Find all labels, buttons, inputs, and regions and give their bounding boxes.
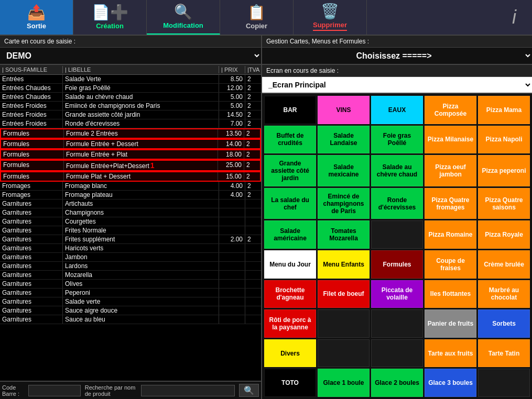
grid-cell[interactable]: Tomates Mozarella <box>318 220 370 249</box>
grid-cell[interactable] <box>478 369 530 397</box>
search-button[interactable]: 🔍 <box>239 384 259 397</box>
copier-button[interactable]: 📋 Copier <box>220 0 294 35</box>
table-row[interactable]: Garnitures Sauce au bleu <box>0 315 261 324</box>
grid-cell[interactable]: VINS <box>318 96 370 124</box>
grid-cell[interactable]: Pizza Romaine <box>425 220 476 249</box>
grid-cell[interactable]: Salade mexicaine <box>318 155 370 186</box>
grid-cell[interactable]: Pizza Quatre saisons <box>478 188 530 219</box>
table-row[interactable]: Entrées Froides Grande assiette côté jar… <box>0 110 261 119</box>
grid-cell[interactable]: Pizza peperoni <box>478 155 530 186</box>
grid-cell[interactable] <box>371 309 423 338</box>
grid-cell[interactable]: Salade américaine <box>264 220 316 249</box>
grid-cell[interactable]: Tarte Tatin <box>478 339 530 368</box>
grid-cell[interactable]: Pizza Quatre fromages <box>425 188 476 219</box>
grid-cell[interactable]: Menu Enfants <box>318 250 370 279</box>
grid-cell[interactable] <box>371 339 423 368</box>
table-row[interactable]: Garnitures Frites Normale <box>0 226 261 235</box>
cell-prix: 12.00 <box>219 84 245 92</box>
grid-cell[interactable]: Sorbets <box>478 309 530 338</box>
grid-cell[interactable]: Iles flottantes <box>425 280 476 308</box>
grid-cell[interactable]: Pizza Royale <box>478 220 530 249</box>
right-panel: Gestion Cartes, Menus et Formules : Choi… <box>262 36 532 399</box>
grid-cell[interactable]: EAUX <box>371 96 423 124</box>
table-row[interactable]: Garnitures Haricots verts <box>0 244 261 253</box>
table-row[interactable]: Formules Formule Entrée+Plat+Dessert1 25… <box>0 160 261 171</box>
toolbar: 📤 Sortie 📄➕ Création 🔍 Modification 📋 Co… <box>0 0 532 36</box>
grid-cell[interactable]: TOTO <box>264 369 316 397</box>
grid-cell[interactable]: Crème brulée <box>478 250 530 279</box>
grid-cell[interactable]: Salade au chèvre chaud <box>371 155 423 186</box>
grid-cell[interactable]: Pizza oeuf jambon <box>425 155 476 186</box>
grid-cell[interactable]: Glace 3 boules <box>425 369 476 397</box>
grid-cell[interactable]: Brochette d'agneau <box>264 280 316 308</box>
grid-cell[interactable]: Menu du Jour <box>264 250 316 279</box>
grid-cell[interactable]: Divers <box>264 339 316 368</box>
grid-cell[interactable]: Tarte aux fruits <box>425 339 476 368</box>
modification-button[interactable]: 🔍 Modification <box>147 0 220 35</box>
grid-cell[interactable]: Pizza Composée <box>425 96 476 124</box>
code-barre-input[interactable] <box>28 385 81 396</box>
gestion-select[interactable]: Choisissez =====> <box>262 48 532 64</box>
grid-cell[interactable] <box>371 220 423 249</box>
table-row[interactable]: Garnitures Lardons <box>0 262 261 271</box>
grid-cell[interactable]: La salade du chef <box>264 188 316 219</box>
sortie-button[interactable]: 📤 Sortie <box>0 0 73 35</box>
grid-cell[interactable]: Buffet de crudités <box>264 126 316 154</box>
grid-cell[interactable]: Salade Landaise <box>318 126 370 154</box>
table-row[interactable]: Formules Formule 2 Entrées 13.50 2 <box>0 128 261 139</box>
grid-cell[interactable]: Marbré au chocolat <box>478 280 530 308</box>
table-row[interactable]: Garnitures Peperoni <box>0 289 261 297</box>
table-row[interactable]: Entrées Froides Emiincé de champignons d… <box>0 102 261 110</box>
table-row[interactable]: Entrées Chaudes Foie gras Poêllé 12.00 2 <box>0 84 261 93</box>
table-row[interactable]: Garnitures Frites supplément 2.00 2 <box>0 235 261 244</box>
recherche-input[interactable] <box>141 385 235 396</box>
table-row[interactable]: Entrées Chaudes Salade au chèvre chaud 5… <box>0 93 261 102</box>
grid-cell[interactable]: Pizza Milanaise <box>425 126 476 154</box>
grid-cell[interactable]: Piccata de volaille <box>371 280 423 308</box>
grid-cell[interactable]: Ronde d'écrevisses <box>371 188 423 219</box>
cell-prix <box>219 306 245 315</box>
modification-icon: 🔍 <box>174 5 192 19</box>
cell-tva <box>245 280 261 288</box>
table-row[interactable]: Garnitures Mozarella <box>0 271 261 280</box>
table-row[interactable]: Formules Formule Entrée + Plat 18.00 2 <box>0 149 261 160</box>
table-row[interactable]: Formules Formule Entrée + Dessert 14.00 … <box>0 139 261 149</box>
table-row[interactable]: Entrées Salade Verte 8.50 2 <box>0 75 261 84</box>
grid-cell[interactable]: Emincé de champignons de Paris <box>318 188 370 219</box>
grid-cell[interactable]: Formules <box>371 250 423 279</box>
table-row[interactable]: Garnitures Artichauts <box>0 199 261 208</box>
grid-cell[interactable] <box>318 309 370 338</box>
carte-select[interactable]: DEMO <box>0 48 261 64</box>
table-row[interactable]: Fromages Fromage plateau 4.00 2 <box>0 191 261 199</box>
grid-cell[interactable]: Filet de boeuf <box>318 280 370 308</box>
grid-cell[interactable]: Coupe de fraises <box>425 250 476 279</box>
table-row[interactable]: Garnitures Olives <box>0 280 261 289</box>
grid-cell[interactable]: Panier de fruits <box>425 309 476 338</box>
grid-cell[interactable] <box>318 339 370 368</box>
grid-cell[interactable]: Rôti de porc à la paysanne <box>264 309 316 338</box>
grid-cell[interactable]: BAR <box>264 96 316 124</box>
table-row[interactable]: Garnitures Courgettes <box>0 217 261 226</box>
table-row[interactable]: Entrées Froides Ronde d'écrevisses 7.00 … <box>0 119 261 128</box>
creation-button[interactable]: 📄➕ Création <box>73 0 147 35</box>
grid-cell[interactable]: Glace 2 boules <box>371 369 423 397</box>
grid-cell[interactable]: Pizza Napoli <box>478 126 530 154</box>
supprimer-button[interactable]: 🗑️ Supprimer <box>294 0 367 35</box>
ecran-select[interactable]: _Ecran Principal <box>262 77 532 93</box>
cell-famille: Entrées Froides <box>0 119 63 128</box>
bottom-bar: Code Barre : Recherche par nom de produi… <box>0 381 261 399</box>
table-row[interactable]: Garnitures Salade verte <box>0 297 261 306</box>
cell-prix <box>219 289 245 297</box>
cell-prix: 18.00 <box>218 150 244 159</box>
grid-cell[interactable]: Glace 1 boule <box>318 369 370 397</box>
table-row[interactable]: Garnitures Champignons <box>0 208 261 217</box>
table-row[interactable]: Garnitures Jambon <box>0 253 261 262</box>
cell-libelle: Frites Normale <box>63 226 219 235</box>
table-row[interactable]: Garnitures Sauce aigre douce <box>0 306 261 315</box>
grid-cell[interactable]: Grande assiette côté jardin <box>264 155 316 186</box>
table-row[interactable]: Fromages Fromage blanc 4.00 2 <box>0 182 261 191</box>
table-row[interactable]: Formules Formule Plat + Dessert 15.00 2 <box>0 171 261 182</box>
grid-cell[interactable]: Pizza Mama <box>478 96 530 124</box>
grid-cell[interactable]: Foie gras Poêllé <box>371 126 423 154</box>
info-button[interactable]: i <box>496 0 532 35</box>
